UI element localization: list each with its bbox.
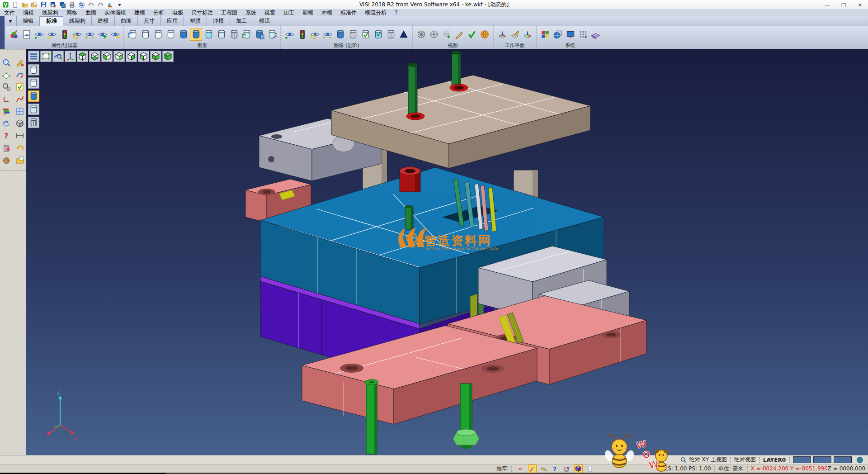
move-axes-icon[interactable] bbox=[1, 94, 12, 104]
tab-曲面[interactable]: 曲面 bbox=[115, 16, 138, 26]
plane-axes-pencil-icon[interactable] bbox=[509, 28, 521, 41]
cyl-outline-render-icon[interactable] bbox=[28, 77, 39, 89]
grid-plus-icon[interactable] bbox=[440, 28, 453, 41]
view-dynamic-icon[interactable] bbox=[52, 51, 64, 62]
measure-icon[interactable] bbox=[14, 130, 25, 141]
menu-文件[interactable]: 文件 bbox=[0, 9, 19, 17]
plane-frame-icon[interactable] bbox=[1, 69, 12, 80]
cyl-blue-render-icon[interactable] bbox=[28, 90, 39, 102]
tab-建模[interactable]: 建模 bbox=[92, 16, 115, 26]
layer-color-swatch[interactable] bbox=[793, 456, 811, 463]
erase-pencil-icon[interactable] bbox=[14, 57, 25, 68]
menu-工程图[interactable]: 工程图 bbox=[217, 9, 241, 17]
recycle-icon[interactable] bbox=[517, 465, 524, 473]
tab-线架构[interactable]: 线架构 bbox=[63, 16, 92, 26]
genie-icon[interactable] bbox=[106, 1, 114, 9]
menu-冲模[interactable]: 冲模 bbox=[317, 9, 336, 17]
window-grid-icon[interactable] bbox=[14, 106, 25, 117]
cyl-outline-icon[interactable] bbox=[152, 28, 164, 41]
menu-分析[interactable]: 分析 bbox=[149, 9, 168, 17]
cyl-blue-icon[interactable] bbox=[334, 28, 346, 41]
tab-模流[interactable]: 模流 bbox=[253, 16, 276, 26]
menu-模流分析[interactable]: 模流分析 bbox=[361, 9, 391, 17]
globe-icon[interactable] bbox=[856, 456, 863, 464]
tab-应用[interactable]: 应用 bbox=[161, 16, 184, 26]
globe-cube-icon[interactable] bbox=[552, 28, 564, 41]
cube-front-icon[interactable] bbox=[101, 51, 113, 62]
delete-trash-icon[interactable] bbox=[1, 142, 12, 153]
menu-网格[interactable]: 网格 bbox=[62, 9, 81, 17]
tab-冲模[interactable]: 冲模 bbox=[207, 16, 230, 26]
cyl-tools-icon[interactable] bbox=[266, 28, 278, 41]
current-layer[interactable]: LAYER0 bbox=[763, 457, 786, 463]
package-icon[interactable] bbox=[563, 465, 571, 473]
eye-remove-icon[interactable] bbox=[46, 28, 58, 41]
eye-add-icon[interactable] bbox=[33, 28, 45, 41]
preview-icon[interactable] bbox=[77, 1, 86, 9]
menu-实体编辑[interactable]: 实体编辑 bbox=[100, 9, 130, 17]
cyl-blue-icon[interactable] bbox=[177, 28, 189, 41]
3d-viewport[interactable]: 智造资料网 INTELLIGENT MANUFACTURING DATA Z x bbox=[26, 49, 868, 455]
view-frame-icon[interactable] bbox=[40, 51, 52, 62]
eye-plus-icon[interactable] bbox=[96, 28, 108, 41]
matrix-dots-icon[interactable] bbox=[577, 28, 589, 41]
check-filter-icon[interactable] bbox=[14, 81, 25, 92]
wheel-gray-icon[interactable] bbox=[415, 28, 427, 41]
menu-系统[interactable]: 系统 bbox=[241, 9, 260, 17]
tab-尺寸[interactable]: 尺寸 bbox=[138, 16, 161, 26]
redo-icon[interactable] bbox=[96, 1, 105, 9]
cyl-gray-icon[interactable] bbox=[347, 28, 359, 41]
tab-标准[interactable]: 标准 bbox=[40, 16, 63, 26]
slab-purple-icon[interactable] bbox=[590, 28, 602, 41]
search-eye-icon[interactable] bbox=[1, 57, 12, 68]
menu-lines-icon[interactable] bbox=[28, 51, 39, 62]
eye-add-icon[interactable] bbox=[283, 28, 296, 41]
cyl-refresh-icon[interactable] bbox=[127, 28, 139, 41]
cyl-wire-icon[interactable] bbox=[385, 28, 397, 41]
layers-palette-icon[interactable] bbox=[1, 106, 12, 117]
eye-refresh-icon[interactable] bbox=[71, 28, 83, 41]
cyl-copy-icon[interactable] bbox=[253, 28, 265, 41]
menu-视窗[interactable]: 视窗 bbox=[260, 9, 279, 17]
cube-bottom-icon[interactable] bbox=[89, 51, 100, 62]
wheel-gray2-icon[interactable] bbox=[428, 28, 440, 41]
save-all-icon[interactable] bbox=[58, 1, 67, 9]
eye-minus-icon[interactable] bbox=[109, 28, 121, 41]
folder-open2-icon[interactable] bbox=[14, 155, 25, 166]
menu-标准件[interactable]: 标准件 bbox=[336, 9, 361, 17]
view-orientation[interactable]: 绝对 XY 上视图 bbox=[689, 456, 727, 464]
screen-blue-icon[interactable] bbox=[564, 28, 576, 41]
undo-gold-icon[interactable] bbox=[14, 142, 25, 153]
help-red-icon[interactable]: ? bbox=[1, 130, 12, 141]
menu-加工[interactable]: 加工 bbox=[279, 9, 298, 17]
refresh-blue-icon[interactable] bbox=[1, 118, 12, 129]
minimize-button[interactable]: — bbox=[819, 0, 835, 9]
absolute-view[interactable]: 绝对视图 bbox=[734, 456, 756, 464]
lock-toggle[interactable]: 拴牢 bbox=[497, 465, 508, 473]
tab-加工[interactable]: 加工 bbox=[230, 16, 253, 26]
layer-color-swatch[interactable] bbox=[813, 456, 831, 463]
cube-se-icon[interactable] bbox=[150, 51, 161, 62]
caret-down-icon[interactable] bbox=[115, 1, 124, 9]
glove-icon[interactable] bbox=[586, 465, 594, 473]
cube-right-icon[interactable] bbox=[126, 51, 137, 62]
solid-mode-icon[interactable] bbox=[574, 465, 583, 473]
spline-pencil-icon[interactable] bbox=[14, 94, 25, 104]
menu-塑模[interactable]: 塑模 bbox=[298, 9, 317, 17]
menu-?[interactable]: ? bbox=[391, 9, 401, 16]
help-icon[interactable]: ? bbox=[552, 465, 559, 473]
cyl-cyan-icon[interactable] bbox=[203, 28, 215, 41]
eye-plusminus-icon[interactable] bbox=[84, 28, 96, 41]
layer-color-swatch[interactable] bbox=[834, 456, 852, 463]
cyl-wire-render-icon[interactable] bbox=[28, 117, 39, 128]
close-button[interactable]: × bbox=[852, 0, 868, 9]
paint-filter-icon[interactable] bbox=[8, 28, 20, 41]
mold-assembly-canvas[interactable]: 智造资料网 INTELLIGENT MANUFACTURING DATA Z x bbox=[26, 49, 868, 455]
red-bushing[interactable] bbox=[400, 167, 420, 192]
center-pin[interactable] bbox=[405, 205, 413, 230]
wand-icon[interactable] bbox=[528, 465, 537, 473]
cube-iso-icon[interactable] bbox=[162, 51, 174, 62]
plane-axes-red-icon[interactable] bbox=[496, 28, 508, 41]
cube-left-icon[interactable] bbox=[138, 51, 149, 62]
cube-gray-icon[interactable] bbox=[14, 118, 25, 129]
